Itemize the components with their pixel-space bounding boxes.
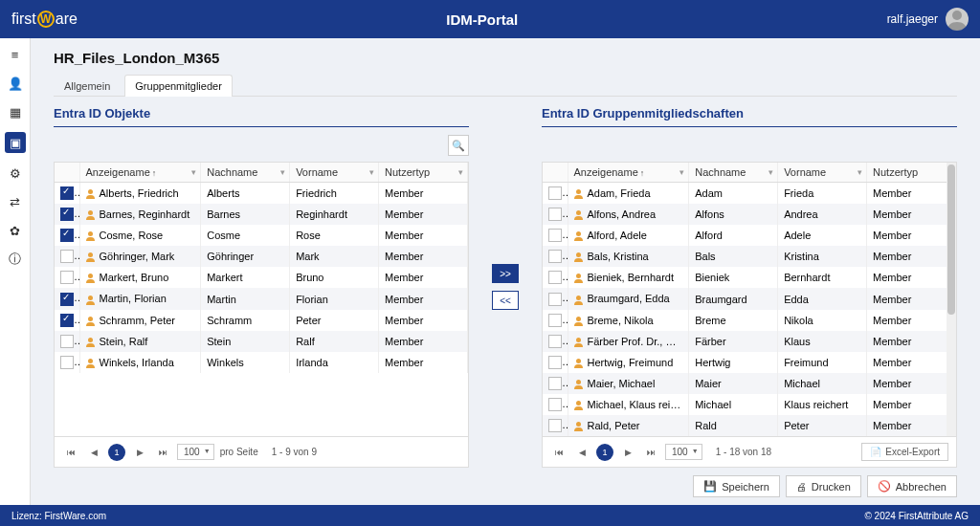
table-row[interactable]: Cosme, RoseCosmeRoseMember — [55, 225, 468, 246]
col-nutzertyp[interactable]: Nutzertyp▾ — [379, 163, 468, 183]
pager-first[interactable]: ⏮ — [62, 444, 79, 461]
user-icon — [574, 189, 584, 199]
table-row[interactable]: Bals, KristinaBalsKristinaMember — [543, 246, 956, 267]
user-icon — [574, 359, 584, 368]
table-row[interactable]: Alfons, AndreaAlfonsAndreaMember — [543, 204, 956, 225]
col-check[interactable] — [55, 163, 79, 183]
col-anzeigename[interactable]: Anzeigename▾ — [79, 163, 201, 183]
pager-prev[interactable]: ◀ — [573, 444, 590, 461]
table-row[interactable]: Braumgard, EddaBraumgardEddaMember — [543, 288, 956, 309]
table-row[interactable]: Winkels, IrlandaWinkelsIrlandaMember — [55, 352, 468, 373]
search-button[interactable]: 🔍 — [448, 135, 469, 156]
grid-icon[interactable]: ▦ — [7, 103, 24, 121]
row-checkbox[interactable] — [548, 208, 562, 221]
pager-prev[interactable]: ◀ — [85, 444, 102, 461]
tab-gruppenmitglieder[interactable]: Gruppenmitglieder — [124, 75, 233, 97]
row-checkbox[interactable] — [548, 335, 562, 348]
row-checkbox[interactable] — [60, 186, 74, 200]
page-size[interactable]: 100 — [177, 444, 214, 460]
table-row[interactable]: Stein, RalfSteinRalfMember — [55, 331, 468, 352]
row-checkbox[interactable] — [60, 314, 74, 327]
row-checkbox[interactable] — [548, 229, 562, 242]
cancel-button[interactable]: 🚫 Abbrechen — [867, 475, 957, 497]
row-checkbox[interactable] — [548, 377, 562, 390]
filter-icon[interactable]: ▾ — [280, 167, 285, 177]
profile-icon[interactable]: 👤 — [7, 75, 24, 92]
user-icon — [86, 210, 96, 220]
table-row[interactable]: Hertwig, FreimundHertwigFreimundMember — [543, 352, 956, 373]
filter-icon[interactable]: ▾ — [679, 167, 684, 177]
row-checkbox[interactable] — [548, 419, 562, 432]
scrollbar[interactable] — [947, 163, 956, 436]
pager-next[interactable]: ▶ — [619, 444, 636, 461]
col-nachname[interactable]: Nachname▾ — [201, 163, 290, 183]
user-icon — [86, 317, 96, 326]
table-row[interactable]: Rald, PeterRaldPeterMember — [543, 415, 956, 436]
filter-icon[interactable]: ▾ — [458, 167, 463, 177]
table-row[interactable]: Adam, FriedaAdamFriedaMember — [543, 183, 956, 205]
row-checkbox[interactable] — [60, 356, 74, 369]
org-icon[interactable]: ▣ — [5, 132, 26, 153]
table-row[interactable]: Martin, FlorianMartinFlorianMember — [55, 288, 468, 309]
right-pager: ⏮ ◀ 1 ▶ ⏭ 100 1 - 18 von 18 📄 Excel-Expo… — [543, 436, 956, 467]
row-checkbox[interactable] — [548, 398, 562, 411]
row-checkbox[interactable] — [548, 356, 562, 369]
pager-current[interactable]: 1 — [596, 444, 613, 461]
filter-icon[interactable]: ▾ — [369, 167, 374, 177]
row-checkbox[interactable] — [548, 271, 562, 284]
pager-last[interactable]: ⏭ — [154, 444, 171, 461]
menu-icon[interactable]: ≡ — [7, 46, 24, 63]
row-checkbox[interactable] — [548, 314, 562, 327]
right-panel: Entra ID Gruppenmitgliedschaften Anzeige… — [542, 106, 957, 468]
table-row[interactable]: Breme, NikolaBremeNikolaMember — [543, 310, 956, 331]
tab-allgemein[interactable]: Allgemein — [54, 75, 121, 97]
pager-next[interactable]: ▶ — [131, 444, 148, 461]
topbar: firstWare IDM-Portal ralf.jaeger — [0, 0, 980, 38]
excel-export-button[interactable]: 📄 Excel-Export — [861, 443, 948, 461]
col-nachname[interactable]: Nachname▾ — [689, 163, 778, 183]
settings2-icon[interactable]: ⚙ — [7, 164, 24, 182]
row-checkbox[interactable] — [548, 293, 562, 306]
print-button[interactable]: 🖨 Drucken — [786, 475, 861, 497]
filter-icon[interactable]: ▾ — [858, 167, 862, 177]
remove-button[interactable]: << — [492, 291, 519, 310]
table-row[interactable]: Markert, BrunoMarkertBrunoMember — [55, 267, 468, 288]
row-checkbox[interactable] — [60, 271, 74, 284]
sync-icon[interactable]: ⇄ — [7, 193, 24, 210]
table-row[interactable]: Michael, Klaus reichertMichaelKlaus reic… — [543, 394, 956, 415]
col-vorname[interactable]: Vorname▾ — [290, 163, 379, 183]
page-size[interactable]: 100 — [665, 444, 702, 460]
pager-first[interactable]: ⏮ — [550, 444, 568, 461]
add-button[interactable]: >> — [492, 264, 519, 283]
row-checkbox[interactable] — [60, 250, 74, 263]
row-checkbox[interactable] — [60, 335, 74, 348]
col-check[interactable] — [543, 163, 568, 183]
col-vorname[interactable]: Vorname▾ — [778, 163, 867, 183]
col-anzeigename[interactable]: Anzeigename▾ — [568, 163, 689, 183]
row-checkbox[interactable] — [548, 186, 562, 200]
table-row[interactable]: Göhringer, MarkGöhringerMarkMember — [55, 246, 468, 267]
row-checkbox[interactable] — [548, 250, 562, 263]
table-row[interactable]: Bieniek, BernhardtBieniekBernhardtMember — [543, 267, 956, 288]
user-area[interactable]: ralf.jaeger — [887, 8, 969, 31]
filter-icon[interactable]: ▾ — [191, 167, 196, 177]
gear-icon[interactable]: ✿ — [7, 222, 24, 239]
filter-icon[interactable]: ▾ — [768, 167, 773, 177]
pager-last[interactable]: ⏭ — [642, 444, 659, 461]
pager-current[interactable]: 1 — [108, 444, 125, 461]
table-row[interactable]: Barnes, ReginhardtBarnesReginhardtMember — [55, 204, 468, 225]
user-icon — [86, 231, 96, 241]
row-checkbox[interactable] — [60, 229, 74, 242]
save-button[interactable]: 💾 Speichern — [693, 475, 780, 497]
row-checkbox[interactable] — [60, 208, 74, 221]
table-row[interactable]: Alberts, FriedrichAlbertsFriedrichMember — [55, 183, 468, 205]
table-row[interactable]: Maier, MichaelMaierMichaelMember — [543, 373, 956, 394]
row-checkbox[interactable] — [60, 293, 74, 306]
avatar[interactable] — [946, 8, 969, 31]
table-row[interactable]: Färber Prof. Dr., KlausFärberKlausMember — [543, 331, 956, 352]
info-icon[interactable]: ⓘ — [7, 251, 24, 268]
user-icon — [574, 252, 584, 262]
table-row[interactable]: Schramm, PeterSchrammPeterMember — [55, 310, 468, 331]
table-row[interactable]: Alford, AdeleAlfordAdeleMember — [543, 225, 956, 246]
col-nutzertyp[interactable]: Nutzertyp▾ — [867, 163, 956, 183]
